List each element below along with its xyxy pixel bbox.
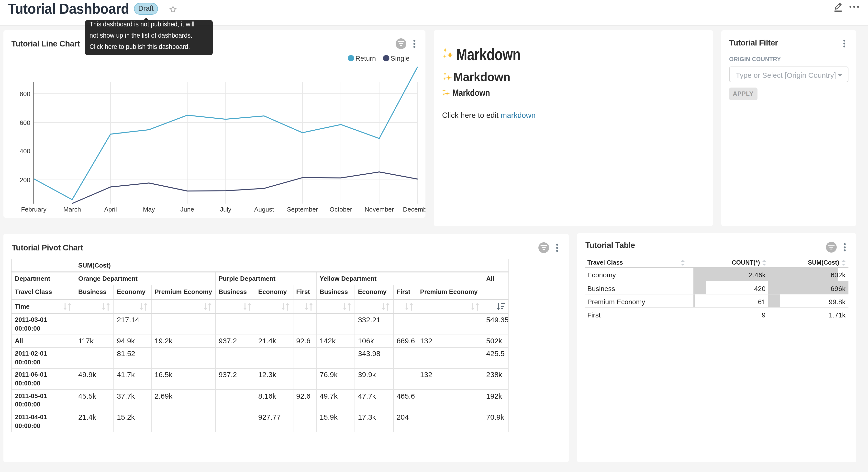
- svg-text:November: November: [365, 206, 394, 213]
- svg-text:March: March: [63, 206, 81, 213]
- svg-text:200: 200: [20, 176, 30, 184]
- svg-text:April: April: [104, 206, 117, 213]
- svg-text:600: 600: [20, 119, 30, 126]
- svg-text:May: May: [143, 206, 155, 213]
- svg-text:400: 400: [20, 147, 30, 155]
- svg-text:Single: Single: [391, 55, 410, 62]
- svg-text:July: July: [220, 206, 231, 213]
- svg-text:June: June: [181, 206, 194, 213]
- svg-text:Return: Return: [355, 55, 376, 62]
- svg-text:800: 800: [20, 90, 30, 97]
- svg-text:October: October: [330, 206, 352, 213]
- svg-text:September: September: [287, 206, 318, 213]
- svg-text:August: August: [254, 206, 274, 213]
- svg-text:December: December: [403, 206, 426, 213]
- svg-text:February: February: [21, 206, 47, 213]
